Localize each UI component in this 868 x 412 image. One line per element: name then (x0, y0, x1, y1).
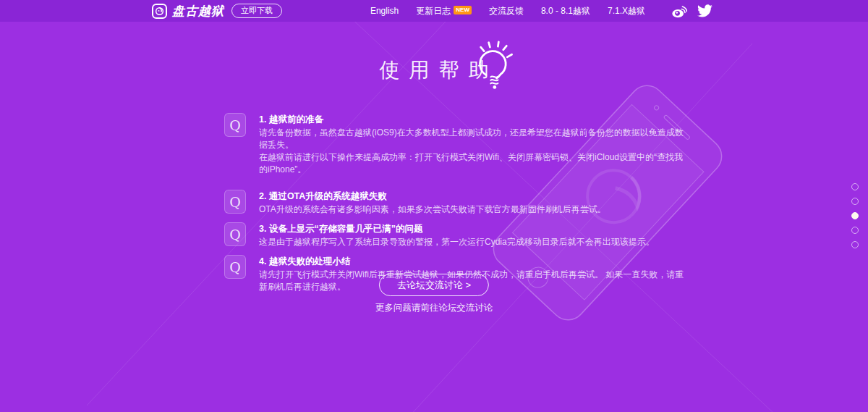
faq-item-line: 请先备份数据，虽然盘古越狱(iOS9)在大多数机型上都测试成功，还是希望您在越狱… (259, 127, 687, 151)
faq-list: Q 1. 越狱前的准备 请先备份数据，虽然盘古越狱(iOS9)在大多数机型上都测… (224, 113, 687, 293)
main-nav: English 更新日志NEW 交流反馈 8.0 - 8.1越狱 7.1.X越狱 (353, 4, 712, 18)
nav-changelog[interactable]: 更新日志NEW (416, 5, 472, 17)
lightbulb-question-icon (470, 38, 516, 90)
faq-text: 1. 越狱前的准备 请先备份数据，虽然盘古越狱(iOS9)在大多数机型上都测试成… (259, 113, 687, 176)
pagination-dot-5[interactable] (851, 241, 859, 248)
question-q-icon: Q (224, 255, 246, 279)
question-q-icon: Q (224, 113, 246, 137)
faq-item-title: 3. 设备上显示“存储容量几乎已满”的问题 (259, 222, 655, 236)
question-q-icon: Q (224, 190, 246, 214)
pangu-help-page: 盘古越狱 立即下载 English 更新日志NEW 交流反馈 8.0 - 8.1… (0, 0, 868, 412)
nav-feedback[interactable]: 交流反馈 (489, 5, 524, 17)
faq-item-2: Q 2. 通过OTA升级的系统越狱失败 OTA升级的系统会有诸多影响因素，如果多… (224, 190, 687, 216)
pagination-dot-3-active[interactable] (851, 212, 859, 219)
footer-note: 更多问题请前往论坛交流讨论 (0, 302, 868, 314)
pagination-dot-2[interactable] (851, 198, 859, 205)
page-title: 使用帮助 (0, 56, 868, 84)
nav-jailbreak-8[interactable]: 8.0 - 8.1越狱 (541, 5, 590, 17)
site-logo-title[interactable]: 盘古越狱 (172, 3, 224, 20)
faq-item-line: 这是由于越狱程序写入了系统目录导致的警报，第一次运行Cydia完成移动目录后就不… (259, 236, 655, 248)
go-to-forum-button[interactable]: 去论坛交流讨论 > (379, 274, 489, 296)
social-links (661, 4, 712, 18)
faq-item-title: 4. 越狱失败的处理小结 (259, 255, 687, 269)
faq-text: 2. 通过OTA升级的系统越狱失败 OTA升级的系统会有诸多影响因素，如果多次尝… (259, 190, 606, 216)
top-navbar: 盘古越狱 立即下载 English 更新日志NEW 交流反馈 8.0 - 8.1… (0, 0, 868, 22)
nav-jailbreak-7[interactable]: 7.1.X越狱 (608, 5, 645, 17)
question-q-icon: Q (224, 222, 246, 246)
faq-item-3: Q 3. 设备上显示“存储容量几乎已满”的问题 这是由于越狱程序写入了系统目录导… (224, 222, 687, 248)
faq-item-title: 2. 通过OTA升级的系统越狱失败 (259, 190, 606, 203)
faq-item-line: 在越狱前请进行以下操作来提高成功率：打开飞行模式关闭Wifi、关闭屏幕密码锁、关… (259, 151, 687, 176)
faq-text: 3. 设备上显示“存储容量几乎已满”的问题 这是由于越狱程序写入了系统目录导致的… (259, 222, 655, 248)
brand: 盘古越狱 立即下载 (152, 3, 282, 20)
pangu-swirl-icon[interactable] (152, 4, 167, 19)
weibo-icon[interactable] (671, 4, 687, 18)
faq-item-line: OTA升级的系统会有诸多影响因素，如果多次尝试失败请下载官方最新固件刷机后再尝试… (259, 203, 606, 216)
faq-item-title: 1. 越狱前的准备 (259, 113, 687, 127)
download-now-button[interactable]: 立即下载 (231, 4, 282, 18)
pagination-dot-1[interactable] (851, 183, 859, 190)
faq-item-1: Q 1. 越狱前的准备 请先备份数据，虽然盘古越狱(iOS9)在大多数机型上都测… (224, 113, 687, 176)
twitter-icon[interactable] (697, 4, 712, 17)
pagination-dot-4[interactable] (851, 227, 859, 234)
nav-english[interactable]: English (370, 6, 399, 16)
new-badge: NEW (454, 6, 472, 14)
section-pagination (851, 183, 859, 256)
